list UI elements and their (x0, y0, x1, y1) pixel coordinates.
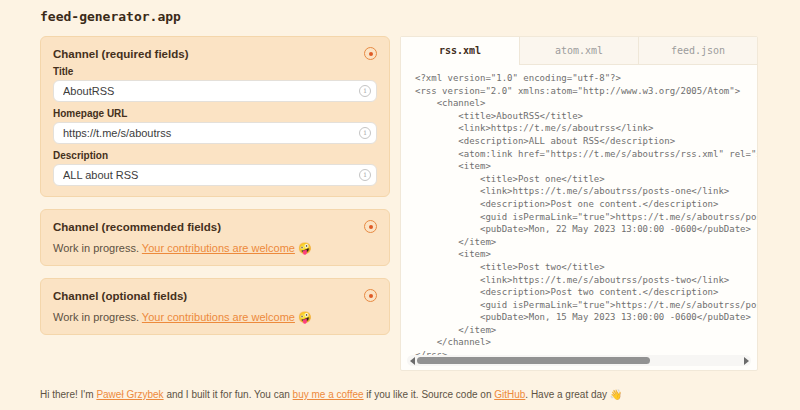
scrollbar-track[interactable] (417, 357, 741, 364)
github-link[interactable]: GitHub (494, 389, 525, 400)
scroll-right-arrow-icon[interactable] (741, 355, 751, 366)
info-icon[interactable] (359, 169, 371, 181)
homepage-url-input[interactable] (53, 122, 377, 144)
homepage-url-field-group: Homepage URL (53, 108, 377, 144)
info-icon[interactable] (359, 85, 371, 97)
section-anchor-icon[interactable] (364, 220, 377, 233)
tab-rss-xml[interactable]: rss.xml (401, 37, 519, 65)
scroll-left-arrow-icon[interactable] (407, 355, 417, 366)
tab-atom-xml[interactable]: atom.xml (519, 37, 638, 65)
section-anchor-icon[interactable] (364, 47, 377, 60)
description-field-label: Description (53, 150, 377, 161)
footer: Hi there! I'm Paweł Grzybek and I built … (40, 389, 622, 400)
form-column: Channel (required fields) Title Homepage… (40, 36, 390, 347)
contributions-link[interactable]: Your contributions are welcome (142, 242, 295, 254)
wave-emoji: 👋 (610, 389, 622, 400)
footer-text: if you like it. Source code on (364, 389, 495, 400)
description-field-group: Description (53, 150, 377, 186)
tab-feed-json[interactable]: feed.json (638, 37, 757, 65)
title-field-group: Title (53, 66, 377, 102)
panel-recommended-fields: Channel (recommended fields) Work in pro… (40, 209, 390, 266)
panel-required-fields: Channel (required fields) Title Homepage… (40, 36, 390, 197)
contributions-link[interactable]: Your contributions are welcome (142, 311, 295, 323)
output-card: rss.xml atom.xml feed.json <?xml version… (400, 36, 758, 371)
section-anchor-icon[interactable] (364, 289, 377, 302)
author-link[interactable]: Paweł Grzybek (96, 389, 163, 400)
panel-optional-fields: Channel (optional fields) Work in progre… (40, 278, 390, 335)
wip-text: Work in progress. (53, 311, 139, 323)
wip-text: Work in progress. (53, 242, 139, 254)
panel-optional-title: Channel (optional fields) (53, 290, 187, 302)
output-tab-bar: rss.xml atom.xml feed.json (401, 37, 757, 65)
info-icon[interactable] (359, 127, 371, 139)
page-title: feed-generator.app (40, 9, 181, 24)
footer-text: Hi there! I'm (40, 389, 96, 400)
title-field-label: Title (53, 66, 377, 77)
buy-coffee-link[interactable]: buy me a coffee (293, 389, 364, 400)
panel-recommended-title: Channel (recommended fields) (53, 221, 221, 233)
title-input[interactable] (53, 80, 377, 102)
footer-text: . Have a great day (525, 389, 610, 400)
zany-face-emoji: 🤪 (298, 242, 312, 254)
footer-text: and I built it for fun. You can (164, 389, 293, 400)
horizontal-scrollbar[interactable] (407, 355, 751, 366)
scrollbar-thumb[interactable] (417, 357, 650, 364)
zany-face-emoji: 🤪 (298, 311, 312, 323)
code-output-area: <?xml version="1.0" encoding="utf-8"?> <… (401, 65, 757, 371)
description-input[interactable] (53, 164, 377, 186)
homepage-url-field-label: Homepage URL (53, 108, 377, 119)
rss-xml-code: <?xml version="1.0" encoding="utf-8"?> <… (401, 65, 757, 362)
panel-required-title: Channel (required fields) (53, 48, 188, 60)
